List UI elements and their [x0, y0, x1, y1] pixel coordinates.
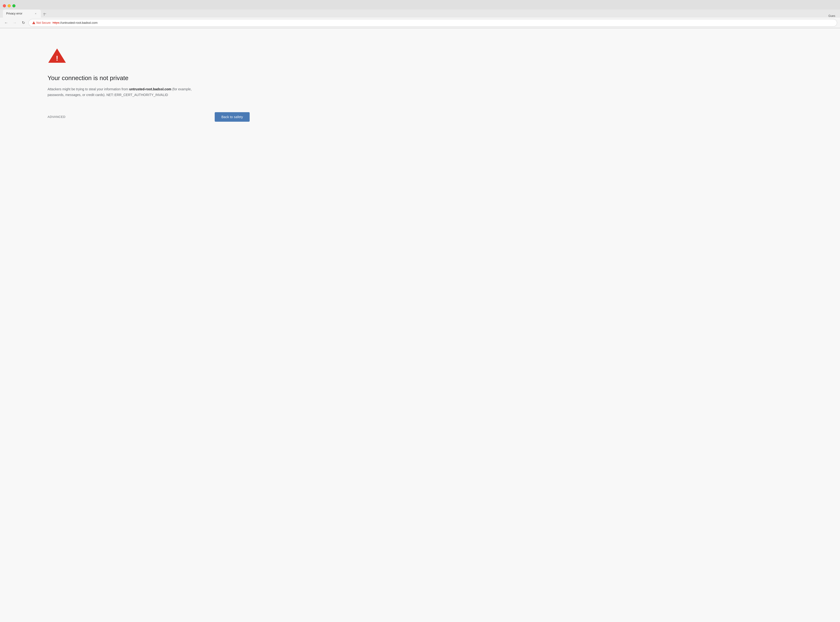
not-secure-badge: ! Not Secure — [32, 21, 50, 24]
tab-bar: Privacy error × Gues — [0, 9, 840, 18]
address-url: https://untrusted-root.badssl.com — [52, 21, 98, 24]
warning-icon-small: ! — [32, 21, 35, 24]
back-to-safety-button[interactable]: Back to safety — [215, 112, 250, 122]
active-tab[interactable]: Privacy error × — [3, 9, 41, 18]
description-prefix: Attackers might be trying to steal your … — [47, 87, 129, 91]
warning-triangle-icon: ! — [47, 47, 67, 65]
close-window-button[interactable] — [3, 4, 6, 8]
not-secure-label: Not Secure — [37, 21, 50, 24]
forward-button[interactable]: → — [11, 20, 18, 26]
tab-close-button[interactable]: × — [34, 12, 38, 15]
nav-bar: ← → ↻ ! Not Secure https://untrusted-roo… — [0, 18, 840, 28]
reload-button[interactable]: ↻ — [20, 20, 27, 26]
https-part: https — [52, 21, 59, 24]
tab-title: Privacy error — [6, 12, 32, 15]
svg-rect-1 — [43, 14, 46, 14]
error-description: Attackers might be trying to steal your … — [47, 87, 200, 98]
url-rest: ://untrusted-root.badssl.com — [59, 21, 98, 24]
address-bar[interactable]: ! Not Secure https://untrusted-root.bads… — [29, 19, 837, 27]
error-page: ! Your connection is not private Attacke… — [0, 28, 840, 622]
browser-chrome: Privacy error × Gues ← → ↻ ! — [0, 0, 840, 28]
description-domain: untrusted-root.badssl.com — [129, 87, 171, 91]
actions-row: ADVANCED Back to safety — [47, 112, 250, 122]
error-title: Your connection is not private — [47, 75, 128, 82]
back-button[interactable]: ← — [3, 20, 9, 26]
guest-label: Gues — [828, 14, 837, 18]
minimize-window-button[interactable] — [8, 4, 11, 8]
maximize-window-button[interactable] — [12, 4, 15, 8]
svg-text:!: ! — [56, 54, 58, 62]
svg-rect-0 — [44, 13, 44, 16]
new-tab-button[interactable] — [41, 11, 48, 18]
title-bar — [0, 0, 840, 9]
traffic-lights — [3, 4, 15, 8]
advanced-link[interactable]: ADVANCED — [47, 115, 66, 119]
svg-text:!: ! — [34, 22, 34, 24]
